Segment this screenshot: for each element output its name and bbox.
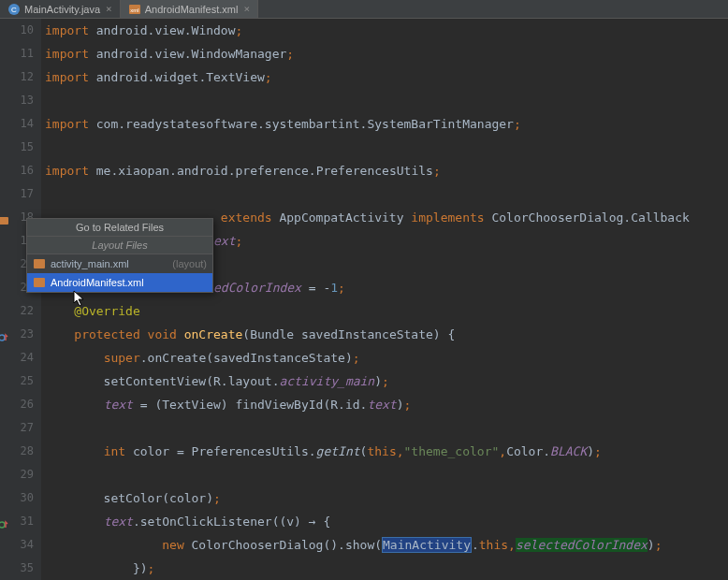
tab-label: AndroidManifest.xml: [145, 4, 239, 15]
popup-item-activity-main[interactable]: activity_main.xml (layout): [27, 254, 212, 273]
line-number: 27: [0, 416, 34, 440]
code-line[interactable]: [45, 136, 728, 159]
tab-main-activity[interactable]: C MainActivity.java ×: [0, 0, 121, 18]
code-line[interactable]: [45, 182, 728, 206]
code-line[interactable]: import android.widget.TextView;: [45, 65, 728, 89]
svg-text:C: C: [11, 6, 17, 14]
popup-item-label: activity_main.xml: [51, 258, 168, 269]
tab-bar: C MainActivity.java × xml AndroidManifes…: [0, 0, 728, 19]
xml-file-icon: [33, 257, 46, 270]
popup-item-android-manifest[interactable]: AndroidManifest.xml: [27, 273, 212, 292]
line-number: 34: [0, 533, 34, 557]
code-line[interactable]: setContentView(R.layout.activity_main);: [45, 370, 728, 393]
related-files-popup: Go to Related Files Layout Files activit…: [26, 218, 213, 293]
code-line[interactable]: int color = PreferencesUtils.getInt(this…: [45, 440, 728, 463]
line-number: 24: [0, 346, 34, 370]
line-number: 22: [0, 299, 34, 323]
code-line[interactable]: text = (TextView) findViewById(R.id.text…: [45, 393, 728, 416]
tab-label: MainActivity.java: [24, 4, 100, 15]
line-number: 31: [0, 510, 34, 533]
code-line[interactable]: super.onCreate(savedInstanceState);: [45, 346, 728, 370]
svg-point-6: [0, 522, 5, 528]
code-line[interactable]: import com.readystatesoftware.systembart…: [45, 112, 728, 136]
svg-rect-4: [0, 217, 8, 225]
code-line[interactable]: new ColorChooserDialog().show(MainActivi…: [45, 533, 728, 557]
popup-title: Go to Related Files: [27, 219, 212, 237]
line-number: 35: [0, 557, 34, 580]
line-number: 29: [0, 463, 34, 486]
popup-section: Layout Files: [27, 237, 212, 254]
tab-android-manifest[interactable]: xml AndroidManifest.xml ×: [121, 0, 258, 18]
line-number: 17: [0, 182, 34, 206]
line-number: 11: [0, 42, 34, 65]
line-number: 10: [0, 19, 34, 42]
close-icon[interactable]: ×: [243, 3, 250, 15]
editor[interactable]: 1011121314151617181920212223242526272829…: [0, 19, 728, 580]
svg-rect-8: [34, 278, 45, 287]
code-line[interactable]: });: [45, 557, 728, 580]
svg-rect-7: [34, 259, 45, 268]
code-line[interactable]: [45, 89, 728, 112]
code-line[interactable]: protected void onCreate(Bundle savedInst…: [45, 323, 728, 346]
implements-marker-icon[interactable]: [0, 515, 9, 527]
close-icon[interactable]: ×: [106, 3, 112, 15]
svg-point-5: [0, 335, 5, 341]
code-line[interactable]: @Override: [45, 299, 728, 323]
code-line[interactable]: import android.view.Window;: [45, 19, 728, 42]
xml-file-icon: xml: [128, 3, 141, 16]
line-number: 28: [0, 440, 34, 463]
line-number: 25: [0, 370, 34, 393]
code-line[interactable]: text.setOnClickListener((v) → {: [45, 510, 728, 533]
code-line[interactable]: [45, 416, 728, 440]
line-number: 12: [0, 65, 34, 89]
java-file-icon: C: [7, 3, 21, 16]
line-number: 30: [0, 486, 34, 510]
code-area[interactable]: import android.view.Window;import androi…: [41, 19, 728, 580]
code-line[interactable]: [45, 463, 728, 486]
code-line[interactable]: import me.xiaopan.android.preference.Pre…: [45, 159, 728, 182]
related-files-icon[interactable]: [0, 211, 9, 223]
line-number: 23: [0, 323, 34, 346]
line-number: 15: [0, 136, 34, 159]
line-number: 26: [0, 393, 34, 416]
override-marker-icon[interactable]: [0, 328, 9, 340]
svg-text:xml: xml: [130, 7, 138, 13]
code-line[interactable]: setColor(color);: [45, 486, 728, 510]
code-line[interactable]: import android.view.WindowManager;: [45, 42, 728, 65]
line-number: 13: [0, 89, 34, 112]
popup-item-hint: (layout): [172, 258, 207, 269]
line-number: 16: [0, 159, 34, 182]
xml-file-icon: [33, 276, 46, 289]
line-number: 14: [0, 112, 34, 136]
popup-item-label: AndroidManifest.xml: [51, 277, 207, 288]
gutter: 1011121314151617181920212223242526272829…: [0, 19, 41, 580]
